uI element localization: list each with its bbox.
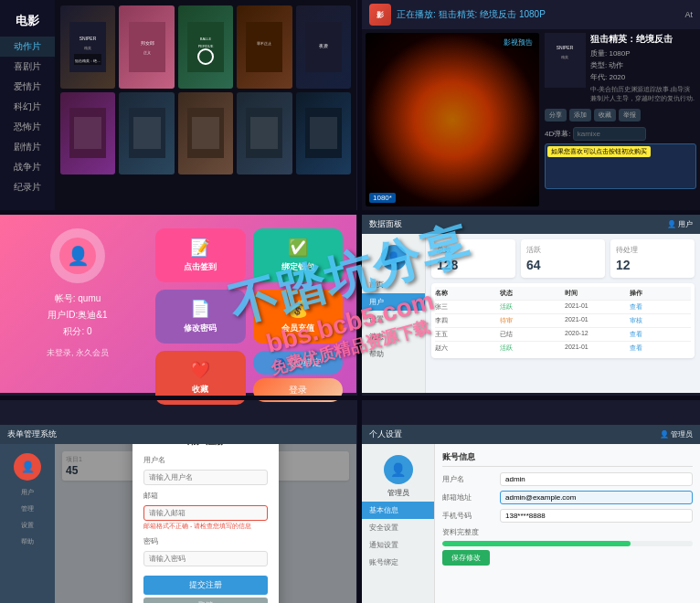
movie-card-10[interactable]: [296, 92, 351, 175]
form-side-item-4[interactable]: 帮助: [0, 534, 55, 550]
account-uid: 用户ID:奥迪&1: [48, 307, 107, 323]
svg-text:PERDUE: PERDUE: [198, 44, 214, 48]
dash-action-btn[interactable]: 查看: [630, 302, 691, 312]
settings-nav-bind[interactable]: 账号绑定: [362, 554, 434, 571]
dash-cell: 赵六: [435, 344, 496, 353]
movie-card-9[interactable]: [237, 92, 292, 175]
svg-rect-21: [192, 117, 219, 149]
movie-panel: 电影 动作片 喜剧片 爱情片 科幻片 恐怖片 剧情片 战争片 纪录片 SNIPE…: [0, 0, 356, 210]
dash-nav-settings[interactable]: 设置: [362, 311, 425, 328]
player-comment-box: 如果您喜欢可以点击按钮初次购买: [545, 143, 696, 189]
account-user-info: 帐号: qumu 用户ID:奥迪&1 积分: 0: [48, 291, 107, 340]
category-romance[interactable]: 爱情片: [0, 77, 55, 97]
movie-card-5[interactable]: 夜袭: [296, 5, 351, 89]
dash-action-btn[interactable]: 查看: [630, 330, 691, 339]
form-side-item-3[interactable]: 设置: [0, 517, 55, 534]
movie-poster-1: SNIPER 精英 狙击精英：绝...: [60, 5, 115, 89]
movie-card-1[interactable]: SNIPER 精英 狙击精英：绝...: [60, 5, 115, 89]
form-side-item-1[interactable]: 用户: [0, 484, 55, 501]
form-sidebar: 👤 用户 管理 设置 帮助: [0, 444, 55, 603]
svg-rect-26: [545, 33, 586, 88]
dash-nav-users[interactable]: 用户: [362, 293, 425, 311]
player-add-btn[interactable]: 添加: [569, 109, 591, 122]
player-comment-section: 4D弹幕: 如果您喜欢可以点击按钮初次购买: [545, 127, 696, 189]
settings-input-phone[interactable]: [500, 509, 693, 523]
svg-rect-25: [310, 117, 337, 149]
movie-card-8[interactable]: [178, 92, 233, 175]
account-action-cards: 📝 点击签到 ✅ 绑定钱包 📄 修改密码 💰 会员充值 ❤️ 收藏 🔵 QQ绑定…: [155, 228, 343, 379]
dash-cell: 活跃: [500, 344, 561, 353]
settings-progress-fill: [442, 541, 631, 546]
svg-rect-23: [250, 117, 278, 149]
wallet-label: 绑定钱包: [281, 261, 314, 273]
player-panel: 影 正在播放: 狙击精英: 绝境反击 1080P At 影视预告 1080* S…: [362, 0, 700, 210]
account-avatar-icon: 👤: [59, 238, 96, 274]
dash-nav-home[interactable]: 首页: [362, 276, 425, 293]
category-drama[interactable]: 剧情片: [0, 137, 55, 157]
form-password-input[interactable]: [143, 551, 268, 566]
player-info-area: SNIPER 精英 狙击精英：绝境反击 质量: 1080P 类型: 动作 年代:…: [545, 33, 696, 206]
dash-cell: 2020-12: [565, 330, 626, 339]
svg-text:正义: 正义: [143, 50, 151, 55]
player-movie-thumb: SNIPER 精英: [545, 33, 586, 88]
dash-nav-messages[interactable]: 消息: [362, 328, 425, 345]
movie-poster-5: 夜袭: [296, 5, 351, 89]
dash-table: 名称 状态 时间 操作 张三 活跃 2021-01 查看 李四 待审 2021-…: [431, 283, 695, 358]
settings-input-email[interactable]: [500, 491, 693, 504]
category-doc[interactable]: 纪录片: [0, 177, 55, 197]
settings-title: 个人设置: [369, 428, 402, 440]
player-comment-input[interactable]: [573, 127, 646, 141]
movie-card-2[interactable]: 邦女郎 正义: [119, 5, 174, 89]
dash-stat-pending-label: 待处理: [616, 245, 689, 255]
account-panel: 👤 帐号: qumu 用户ID:奥迪&1 积分: 0 未登录, 永久会员 📝 点…: [0, 215, 356, 393]
account-card-vip[interactable]: 💰 会员充值: [253, 290, 344, 344]
player-video-bg: [366, 33, 539, 206]
player-report-btn[interactable]: 举报: [619, 109, 641, 122]
player-share-btn[interactable]: 分享: [545, 109, 567, 122]
account-avatar-area: 👤: [50, 228, 105, 283]
player-fav-btn[interactable]: 收藏: [594, 109, 616, 122]
dash-cell: 李四: [435, 316, 496, 325]
form-side-item-2[interactable]: 管理: [0, 501, 55, 517]
checkin-icon: 📝: [190, 238, 210, 258]
player-video-area[interactable]: 影视预告 1080*: [366, 33, 539, 206]
qq-bind-btn[interactable]: 🔵 QQ绑定: [253, 351, 344, 375]
dash-nav-help[interactable]: 帮助: [362, 345, 425, 363]
dash-table-header: 名称 状态 时间 操作: [435, 287, 691, 301]
category-war[interactable]: 战争片: [0, 157, 55, 177]
category-comedy[interactable]: 喜剧片: [0, 57, 55, 77]
form-cancel-btn[interactable]: 取消: [143, 598, 268, 603]
h-divider-1: [0, 210, 700, 215]
dash-stat-active-label: 活跃: [526, 245, 599, 255]
movie-card-4[interactable]: 罪不正止: [237, 5, 292, 89]
dash-action-btn[interactable]: 审核: [630, 316, 691, 325]
account-card-checkin[interactable]: 📝 点击签到: [155, 228, 246, 282]
form-email-input[interactable]: [143, 505, 268, 521]
movie-card-3[interactable]: BALLE PERDUE: [178, 5, 233, 89]
settings-panel: 个人设置 👤 管理员 👤 管理员 基本信息 安全设置 通知设置 账号绑定 账号信…: [362, 425, 700, 603]
qq-icon: 🔵: [274, 358, 285, 368]
form-panel-header: 表单管理系统: [0, 425, 356, 444]
movie-poster-9: [237, 92, 292, 175]
svg-text:精英: 精英: [561, 55, 568, 59]
category-scifi[interactable]: 科幻片: [0, 97, 55, 117]
form-submit-btn[interactable]: 提交注册: [143, 576, 268, 595]
settings-nav-notify[interactable]: 通知设置: [362, 536, 434, 554]
form-username-input[interactable]: [143, 470, 268, 485]
settings-nav-security[interactable]: 安全设置: [362, 519, 434, 536]
movie-card-6[interactable]: [60, 92, 115, 175]
settings-nav-basic[interactable]: 基本信息: [362, 502, 434, 519]
movie-grid: SNIPER 精英 狙击精英：绝... 邦女郎 正义: [60, 5, 351, 175]
dash-action-btn[interactable]: 查看: [630, 344, 691, 353]
movie-panel-title: 电影: [0, 7, 55, 37]
password-label: 修改密码: [184, 323, 217, 334]
settings-input-username[interactable]: [500, 472, 693, 486]
category-action[interactable]: 动作片: [0, 37, 55, 57]
svg-rect-5: [129, 22, 165, 72]
settings-save-btn[interactable]: 保存修改: [442, 550, 490, 566]
category-horror[interactable]: 恐怖片: [0, 117, 55, 137]
movie-card-7[interactable]: [119, 92, 174, 175]
account-card-wallet[interactable]: ✅ 绑定钱包: [253, 228, 344, 282]
dash-stat-active-value: 64: [526, 258, 599, 272]
account-card-password[interactable]: 📄 修改密码: [155, 290, 246, 344]
